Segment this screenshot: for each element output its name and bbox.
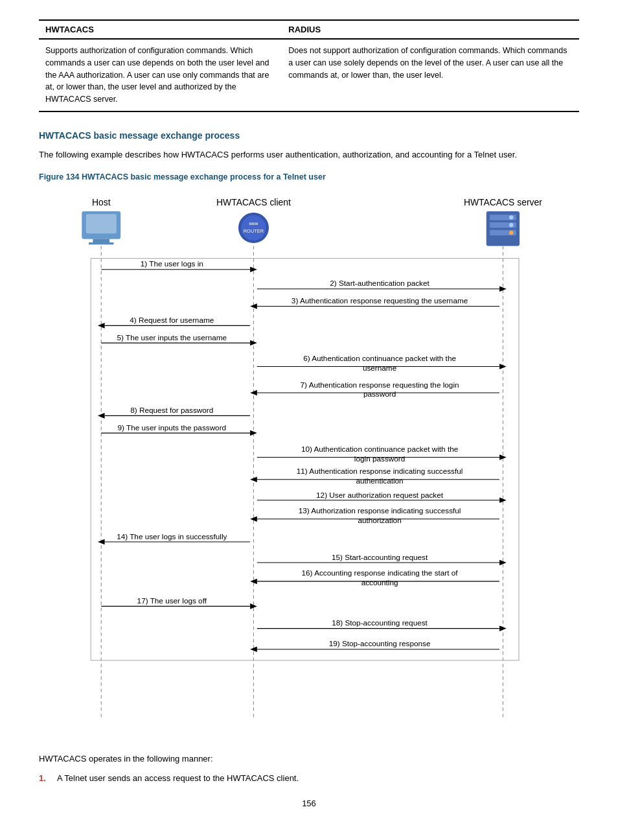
msg7-text-line1: 7) Authentication response requesting th…: [301, 380, 459, 388]
msg5-text: 5) The user inputs the username: [117, 332, 227, 341]
col2-content: Does not support authorization of config…: [282, 39, 579, 111]
msg13-text-line1: 13) Authorization response indicating su…: [299, 506, 461, 515]
col1-header: HWTACACS: [39, 20, 282, 39]
col2-header: RADIUS: [282, 20, 579, 39]
host-base: [93, 239, 109, 242]
msg14-text: 14) The user logs in successfully: [117, 531, 227, 540]
item1-num: 1.: [39, 772, 52, 786]
msg11-text-line1: 11) Authentication response indicating s…: [297, 467, 463, 475]
router-label-line2: ROUTER: [244, 228, 264, 234]
client-label: HWTACACS client: [216, 197, 291, 207]
section-heading: HWTACACS basic message exchange process: [39, 130, 579, 141]
comparison-table: HWTACACS RADIUS Supports authorization o…: [39, 19, 579, 112]
host-label: Host: [92, 197, 111, 207]
msg18-text: 18) Stop-accounting request: [332, 618, 428, 627]
msg16-text-line2: accounting: [361, 578, 398, 587]
server-light3: [509, 230, 513, 234]
numbered-item-1: 1. A Telnet user sends an access request…: [39, 772, 579, 786]
router-label-line1: ≈≈≈: [249, 220, 258, 227]
msg12-text: 12) User authorization request packet: [316, 490, 444, 498]
msg16-text-line1: 16) Accounting response indicating the s…: [302, 568, 459, 577]
col1-content: Supports authorization of configuration …: [39, 39, 282, 111]
msg8-text: 8) Request for password: [130, 406, 213, 414]
msg1-text: 1) The user logs in: [141, 259, 203, 268]
msg3-text: 3) Authentication response requesting th…: [292, 296, 468, 305]
msg7-text-line2: password: [363, 390, 396, 398]
msg6-text-line1: 6) Authentication continuance packet wit…: [303, 353, 456, 362]
msg2-text: 2) Start-authentication packet: [330, 279, 429, 287]
bottom-intro: HWTACACS operates in the following manne…: [39, 752, 579, 766]
msg10-text-line1: 10) Authentication continuance packet wi…: [301, 445, 459, 453]
msg9-text: 9) The user inputs the password: [117, 423, 226, 431]
host-screen: [86, 214, 117, 233]
item1-text: A Telnet user sends an access request to…: [57, 772, 299, 786]
msg17-text: 17) The user logs off: [137, 596, 207, 605]
server-label: HWTACACS server: [464, 197, 542, 207]
msg4-text: 4) Request for username: [130, 316, 214, 324]
intro-text: The following example describes how HWTA…: [39, 148, 579, 162]
diagram-svg: Host HWTACACS client HWTACACS server ≈≈≈…: [39, 192, 579, 732]
server-light2: [509, 223, 513, 227]
msg15-text: 15) Start-accounting request: [332, 552, 428, 561]
msg13-text-line2: authorization: [358, 516, 401, 524]
page-number: 156: [39, 799, 579, 808]
host-stand: [89, 242, 113, 244]
diagram-container: Host HWTACACS client HWTACACS server ≈≈≈…: [39, 192, 579, 734]
msg10-text-line2: login password: [354, 454, 405, 462]
msg6-text-line2: username: [363, 363, 397, 371]
msg19-text: 19) Stop-accounting response: [329, 639, 431, 648]
server-light1: [509, 215, 513, 219]
figure-caption: Figure 134 HWTACACS basic message exchan…: [39, 172, 579, 181]
msg11-text-line2: authentication: [356, 476, 403, 485]
